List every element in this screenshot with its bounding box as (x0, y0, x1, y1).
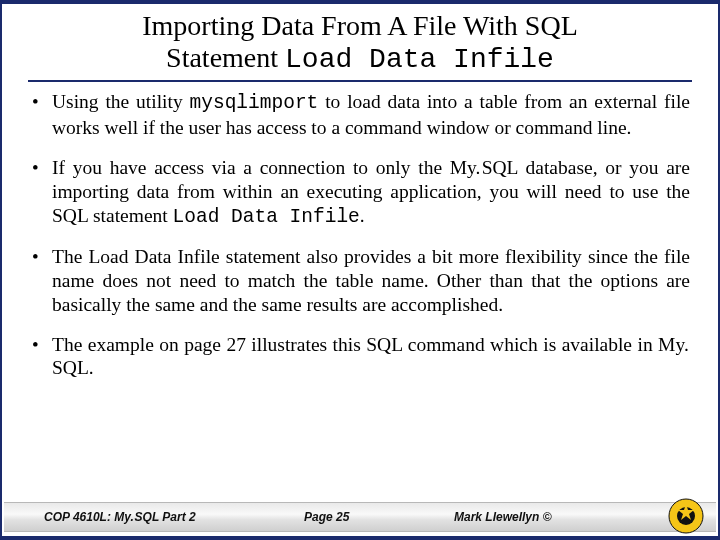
bullet-4: The example on page 27 illustrates this … (30, 333, 690, 381)
ucf-logo-icon (668, 498, 704, 534)
title-line-2: Statement Load Data Infile (32, 42, 688, 76)
footer-page: Page 25 (304, 510, 454, 524)
title-underline (28, 80, 692, 82)
bullet-list: Using the utility mysqlimport to load da… (2, 90, 718, 536)
bullet-2-mono: Load Data Infile (173, 206, 360, 228)
bullet-1: Using the utility mysqlimport to load da… (30, 90, 690, 140)
title-line-1: Importing Data From A File With SQL (32, 10, 688, 42)
bullet-2: If you have access via a connection to o… (30, 156, 690, 229)
bullet-1-mono: mysqlimport (190, 92, 319, 114)
bullet-2-post: . (360, 205, 365, 226)
slide-title: Importing Data From A File With SQL Stat… (2, 4, 718, 78)
footer-author: Mark Llewellyn © (454, 510, 614, 524)
bullet-1-pre: Using the utility (52, 91, 190, 112)
bullet-3: The Load Data Infile statement also prov… (30, 245, 690, 316)
footer-course: COP 4610L: My. SQL Part 2 (44, 510, 304, 524)
title-line-2-prefix: Statement (166, 42, 285, 73)
bullet-2-pre: If you have access via a connection to o… (52, 157, 690, 226)
slide: Importing Data From A File With SQL Stat… (0, 0, 720, 540)
footer-bar: COP 4610L: My. SQL Part 2 Page 25 Mark L… (4, 502, 716, 532)
title-line-2-mono: Load Data Infile (285, 44, 554, 75)
